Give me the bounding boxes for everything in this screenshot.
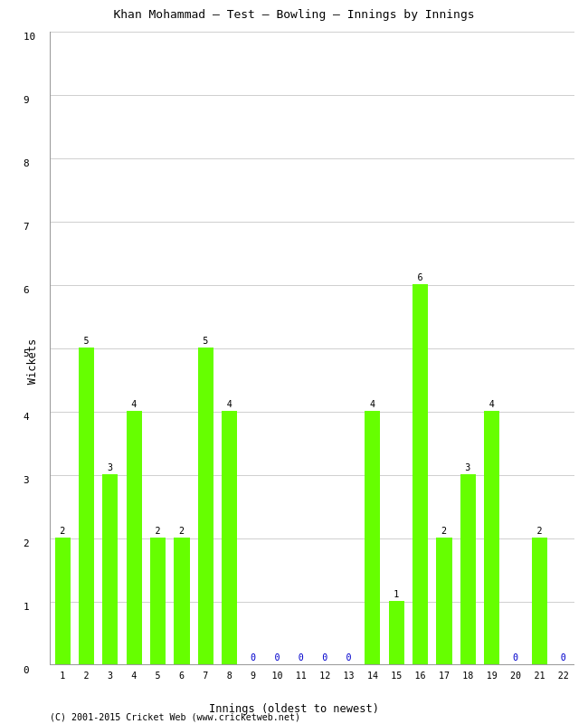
bar-label-innings-7: 5 [198,336,213,346]
bar-label-innings-16: 6 [413,272,428,282]
bar-innings-16 [413,284,428,664]
bar-label-innings-5: 2 [151,526,166,536]
x-tick-16: 16 [415,671,426,681]
y-tick-7: 7 [24,221,569,233]
x-tick-7: 7 [203,671,208,681]
bar-innings-6 [174,538,189,664]
x-tick-15: 15 [391,671,402,681]
x-tick-21: 21 [534,671,545,681]
bar-innings-19 [484,411,499,664]
y-tick-5: 5 [24,348,569,359]
x-tick-20: 20 [510,671,521,681]
bar-label-innings-2: 5 [80,336,94,346]
bar-label-innings-21: 2 [532,526,546,536]
chart-container: Khan Mohammad – Test – Bowling – Innings… [0,0,588,724]
y-tick-10: 10 [24,31,569,43]
y-tick-8: 8 [24,157,569,169]
bar-label-innings-10: 0 [270,653,284,662]
bar-innings-14 [365,411,380,664]
bar-innings-1 [55,538,71,664]
bar-label-innings-14: 4 [365,399,380,409]
bar-label-innings-18: 3 [460,462,475,472]
x-tick-6: 6 [179,671,185,681]
bar-label-innings-1: 2 [55,526,70,536]
bar-innings-8 [222,411,237,664]
y-tick-6: 6 [24,284,569,296]
bar-innings-21 [532,538,547,664]
bar-label-innings-9: 0 [246,653,261,662]
x-tick-13: 13 [344,671,355,681]
bar-innings-15 [389,601,404,664]
bar-label-innings-12: 0 [318,653,332,662]
x-tick-4: 4 [131,671,137,681]
copyright-text: (C) 2001-2015 Cricket Web (www.cricketwe… [50,712,300,722]
bar-innings-7 [198,348,213,664]
bar-label-innings-6: 2 [175,526,189,536]
bar-label-innings-13: 0 [342,653,356,662]
chart-title: Khan Mohammad – Test – Bowling – Innings… [0,0,588,24]
x-tick-18: 18 [462,671,473,681]
bar-label-innings-20: 0 [508,653,523,662]
bar-innings-2 [79,348,94,664]
bar-label-innings-15: 1 [389,589,403,599]
x-tick-8: 8 [227,671,232,681]
bar-label-innings-4: 4 [127,399,141,409]
x-tick-14: 14 [367,671,378,681]
chart-area: 0123456789102152334425265748090100110120… [50,32,574,665]
x-tick-19: 19 [487,671,498,681]
x-tick-1: 1 [60,671,65,681]
bar-innings-5 [150,538,166,664]
y-axis-label: Wickets [25,339,38,386]
x-tick-3: 3 [108,671,113,681]
bar-innings-3 [102,474,118,664]
bar-label-innings-19: 4 [485,399,499,409]
bar-label-innings-22: 0 [556,653,571,662]
x-tick-9: 9 [251,671,256,681]
x-tick-22: 22 [558,671,569,681]
bar-label-innings-3: 3 [103,462,118,472]
x-tick-10: 10 [271,671,282,681]
y-tick-9: 9 [24,94,569,106]
x-tick-11: 11 [296,671,307,681]
x-tick-17: 17 [439,671,450,681]
bar-label-innings-8: 4 [223,399,237,409]
x-tick-12: 12 [319,671,330,681]
bar-label-innings-11: 0 [294,653,308,662]
bar-label-innings-17: 2 [437,526,451,536]
bar-innings-17 [436,538,451,664]
bar-innings-18 [460,474,476,664]
bar-innings-4 [127,411,142,664]
x-tick-5: 5 [156,671,161,681]
x-tick-2: 2 [84,671,90,681]
